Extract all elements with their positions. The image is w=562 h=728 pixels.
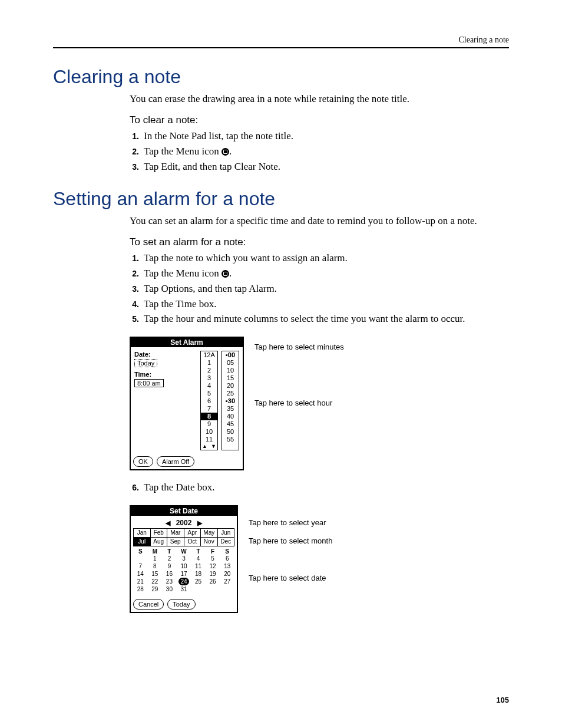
day-cell[interactable]: 25 [191,578,206,585]
day-cell[interactable]: 4 [191,555,206,562]
day-cell[interactable]: 5 [206,555,220,562]
step-text: Tap the hour and minute columns to selec… [144,312,465,326]
day-cell[interactable]: 19 [206,570,220,578]
hour-cell[interactable]: 11 [201,436,217,443]
minute-cell[interactable]: 45 [222,420,239,428]
today-button[interactable]: Today [167,599,195,610]
step-num: 3. [130,160,139,174]
day-cell[interactable]: 12 [206,562,220,570]
minute-cell[interactable]: 25 [222,390,239,397]
hour-cell[interactable]: 10 [201,428,217,436]
day-cell[interactable]: 22 [148,578,163,585]
date-today-button[interactable]: Today [134,359,157,367]
step-num: 4. [130,298,139,311]
day-cell[interactable]: 10 [177,562,191,570]
prev-year-icon[interactable]: ◀ [166,519,170,527]
set-date-dialog[interactable]: Set Date ◀ 2002 ▶ JanFebMarAprMayJunJulA… [130,505,238,613]
month-cell[interactable]: May [201,529,218,538]
day-cell[interactable]: 3 [177,555,191,562]
month-cell[interactable]: Aug [151,538,168,546]
day-cell[interactable]: 26 [206,578,220,585]
day-cell[interactable]: 16 [162,570,177,578]
hour-cell[interactable]: 3 [201,374,217,382]
head-rule [53,47,509,48]
minute-cell[interactable]: 15 [222,374,239,382]
day-cell[interactable]: 17 [177,570,191,578]
month-cell[interactable]: Apr [184,529,201,538]
month-grid[interactable]: JanFebMarAprMayJunJulAugSepOctNovDec [133,528,234,546]
day-cell[interactable]: 20 [220,570,234,578]
day-cell[interactable]: 9 [162,562,177,570]
minute-cell[interactable]: 40 [222,413,239,420]
day-cell[interactable]: 18 [191,570,206,578]
step-num: 3. [130,282,139,296]
month-cell[interactable]: Jun [218,529,235,538]
minute-cell[interactable]: ▪00 [222,351,239,359]
day-cell[interactable]: 6 [220,555,234,562]
year-selector[interactable]: ◀ 2002 ▶ [133,518,234,528]
step-text: Tap the Time box. [144,298,216,311]
day-cell[interactable]: 11 [191,562,206,570]
month-cell[interactable]: Jan [134,529,151,538]
day-cell[interactable]: 2 [162,555,177,562]
dow-cell: T [191,548,206,555]
month-cell[interactable]: Dec [218,538,235,546]
hour-cell[interactable]: 7 [201,405,217,413]
day-cell[interactable]: 29 [148,585,163,593]
minute-cell[interactable]: ▪30 [222,397,239,405]
hour-column[interactable]: 12A1234567891011▲▼ [200,351,218,450]
day-cell [191,585,206,593]
month-cell[interactable]: Sep [167,538,184,546]
steps-alarm-cont: 6.Tap the Date box. [130,481,509,495]
hour-cell[interactable]: 9 [201,420,217,428]
cancel-button[interactable]: Cancel [133,599,164,610]
hour-cell[interactable]: 8 [201,413,217,420]
hour-cell[interactable]: 4 [201,382,217,390]
alarm-off-button[interactable]: Alarm Off [157,456,194,467]
minute-column[interactable]: ▪000510152025▪303540455055 [222,351,239,450]
hour-cell[interactable]: 2 [201,367,217,374]
day-cell[interactable]: 28 [133,585,148,593]
para-clearing-intro: You can erase the drawing area in a note… [130,93,509,106]
set-alarm-dialog[interactable]: Set Alarm Date: Today Time: 8:00 am 12A1… [130,337,244,470]
month-cell[interactable]: Jul [134,538,151,546]
hour-cell[interactable]: 12A [201,351,217,359]
hour-cell[interactable]: 5 [201,390,217,397]
minute-cell[interactable]: 55 [222,436,239,443]
step-text: In the Note Pad list, tap the note title… [144,130,293,143]
ok-button[interactable]: OK [133,456,153,467]
minute-cell[interactable]: 10 [222,367,239,374]
day-cell[interactable]: 30 [162,585,177,593]
next-year-icon[interactable]: ▶ [197,519,202,527]
day-cell[interactable]: 23 [162,578,177,585]
hour-up-icon[interactable]: ▲ [202,443,207,450]
minute-cell[interactable]: 35 [222,405,239,413]
time-box[interactable]: 8:00 am [134,379,164,387]
day-grid[interactable]: 1234567891011121314151617181920212223242… [133,555,234,593]
figure-set-date: Set Date ◀ 2002 ▶ JanFebMarAprMayJunJulA… [130,505,509,613]
month-cell[interactable]: Feb [151,529,168,538]
month-cell[interactable]: Mar [167,529,184,538]
step-num: 2. [130,267,139,281]
day-cell[interactable]: 15 [148,570,163,578]
day-cell[interactable]: 27 [220,578,234,585]
callout-select-minutes: Tap here to select minutes [254,342,344,351]
hour-cell[interactable]: 1 [201,359,217,367]
month-cell[interactable]: Nov [201,538,218,546]
day-cell[interactable]: 7 [133,562,148,570]
day-cell[interactable]: 13 [220,562,234,570]
hour-down-icon[interactable]: ▼ [211,443,216,450]
callout-select-month: Tap here to select month [249,536,332,545]
day-cell[interactable]: 24 [177,578,191,585]
day-cell[interactable]: 31 [177,585,191,593]
month-cell[interactable]: Oct [184,538,201,546]
day-cell[interactable]: 14 [133,570,148,578]
minute-cell[interactable]: 05 [222,359,239,367]
minute-cell[interactable]: 50 [222,428,239,436]
figure-set-alarm: Set Alarm Date: Today Time: 8:00 am 12A1… [130,337,509,470]
day-cell[interactable]: 1 [148,555,163,562]
day-cell[interactable]: 21 [133,578,148,585]
day-cell[interactable]: 8 [148,562,163,570]
minute-cell[interactable]: 20 [222,382,239,390]
hour-cell[interactable]: 6 [201,397,217,405]
